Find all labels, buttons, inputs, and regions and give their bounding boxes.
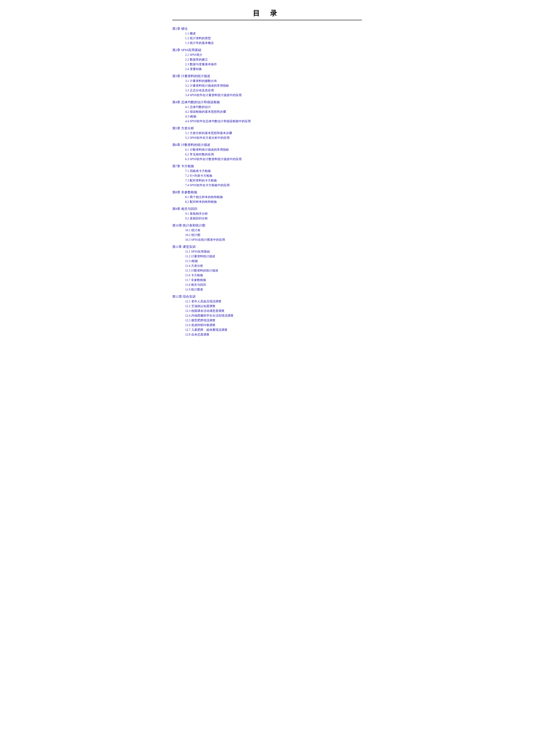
chapter-title-8[interactable]: 第8章 非参数检验 [172,190,362,194]
section-title-12-3[interactable]: 12.3 校园课余活动满意度调查 [185,309,362,313]
section-title-6-2[interactable]: 6.2 常见相对数的应用 [185,152,362,156]
toc-container: 第1章 绪论1.1 概述1.2 统计资料的类型1.3 统计学的基本概念第2章 S… [172,27,362,337]
section-title-3-3[interactable]: 3.3 正态分布及其应用 [185,89,362,93]
section-title-12-7[interactable]: 12.7 儿童肥胖、超体重现况调查 [185,328,362,332]
chapter-title-4[interactable]: 第4章 总体均数的估计和假设检验 [172,100,362,104]
chapter-title-12[interactable]: 第12章 综合实训 [172,295,362,299]
section-title-9-1[interactable]: 9.1 直线相关分析 [185,212,362,216]
section-title-4-4[interactable]: 4.4 SPSS软件在总体均数估计和假设检验中的应用 [185,120,362,123]
section-title-2-1[interactable]: 2.1 SPSS简介 [185,53,362,57]
section-title-5-1[interactable]: 5.1 方差分析的基本思想和基本步骤 [185,131,362,135]
section-title-12-5[interactable]: 12.5 腹型肥胖现况调查 [185,318,362,322]
page-title: 目 录 [172,9,362,20]
section-title-11-7[interactable]: 11.7 非参数检验 [185,278,362,282]
section-title-7-4[interactable]: 7.4 SPSS软件在卡方检验中的应用 [185,183,362,187]
chapter-title-11[interactable]: 第11章 课堂实训 [172,245,362,249]
section-title-12-4[interactable]: 12.4 内地西藏班学生生活应情况调查 [185,314,362,318]
section-title-7-3[interactable]: 7.3 配对资料的卡方检验 [185,179,362,182]
section-title-2-4[interactable]: 2.4 变量转换 [185,67,362,71]
section-title-11-8[interactable]: 11.8 相关与回归 [185,283,362,287]
section-title-11-1[interactable]: 11.1 SPSS应用基础 [185,250,362,254]
section-title-9-2[interactable]: 9.2 直线回归分析 [185,217,362,221]
chapter-title-1[interactable]: 第1章 绪论 [172,27,362,31]
chapter-title-9[interactable]: 第9章 相关与回归 [172,207,362,211]
chapter-title-7[interactable]: 第7章 卡方检验 [172,164,362,168]
chapter-title-3[interactable]: 第3章 计量资料的统计描述 [172,74,362,78]
chapter-title-6[interactable]: 第6章 计数资料的统计描述 [172,143,362,147]
section-title-12-1[interactable]: 12.1 老年人高血压现况调查 [185,300,362,304]
section-title-7-1[interactable]: 7.1 四格表卡方检验 [185,169,362,173]
section-title-3-1[interactable]: 3.1 计量资料的频数分布 [185,79,362,83]
section-title-11-2[interactable]: 11.2 计量资料统计描述 [185,255,362,258]
section-title-10-3[interactable]: 10.3 SPSS在统计图表中的应用 [185,238,362,242]
section-title-2-3[interactable]: 2.3 数据与变量基本操作 [185,63,362,67]
section-title-10-2[interactable]: 10.2 统计图 [185,233,362,237]
chapter-title-2[interactable]: 第2章 SPSS应用基础 [172,48,362,52]
section-title-12-2[interactable]: 12.2 艾滋病认知度调查 [185,304,362,308]
section-title-10-1[interactable]: 10.1 统计表 [185,229,362,232]
section-title-2-2[interactable]: 2.2 数据库的建立 [185,58,362,62]
section-title-1-2[interactable]: 1.2 统计资料的类型 [185,37,362,40]
section-title-12-6[interactable]: 12.6 焦虑抑郁问卷调查 [185,323,362,327]
section-title-8-1[interactable]: 8.1 两个独立样本的秩和检验 [185,195,362,199]
section-title-4-2[interactable]: 4.2 假设检验的基本思想和步骤 [185,110,362,114]
section-title-8-2[interactable]: 8.2 配对样本的秩和检验 [185,200,362,204]
section-title-1-3[interactable]: 1.3 统计学的基本概念 [185,41,362,45]
section-title-12-8[interactable]: 12.8 自杀态度调查 [185,333,362,337]
section-title-3-2[interactable]: 3.2 计量资料统计描述的常用指标 [185,84,362,88]
section-title-11-9[interactable]: 11.9 统计图表 [185,288,362,292]
section-title-3-4[interactable]: 3.4 SPSS软件在计量资料统计描述中的应用 [185,93,362,97]
section-title-1-1[interactable]: 1.1 概述 [185,32,362,36]
chapter-title-10[interactable]: 第10章 统计表和统计图 [172,224,362,228]
section-title-11-3[interactable]: 11.3 t检验 [185,259,362,263]
section-title-4-1[interactable]: 4.1 总体均数的估计 [185,105,362,109]
section-title-6-3[interactable]: 6.3 SPSS软件在计数资料统计描述中的应用 [185,157,362,161]
chapter-title-5[interactable]: 第5章 方差分析 [172,126,362,130]
section-title-7-2[interactable]: 7.2 行×列表卡方检验 [185,174,362,178]
section-title-11-4[interactable]: 11.4 方差分析 [185,264,362,268]
section-title-6-1[interactable]: 6.1 计数资料统计描述的常用指标 [185,148,362,152]
section-title-5-2[interactable]: 5.2 SPSS软件在方差分析中的应用 [185,136,362,140]
section-title-11-5[interactable]: 11.5 计数资料的统计描述 [185,269,362,273]
section-title-11-6[interactable]: 11.6 卡方检验 [185,274,362,277]
section-title-4-3[interactable]: 4.3 t检验 [185,115,362,119]
